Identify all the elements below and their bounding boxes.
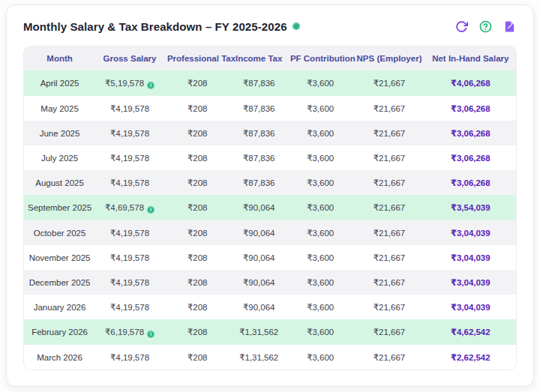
gross-cell: ₹4,19,578 [95,270,164,295]
nps-employer-cell: ₹21,667 [353,195,424,220]
net-in-hand-cell: ₹4,62,542 [425,319,516,345]
table-row: September 2025₹4,69,578i₹208₹90,064₹3,60… [24,195,516,220]
month-cell: June 2025 [24,121,95,145]
nps-employer-cell: ₹21,667 [353,220,424,245]
income-tax-cell: ₹90,064 [230,220,286,245]
income-tax-cell: ₹87,836 [230,121,286,145]
nps-employer-cell: ₹21,667 [353,319,424,345]
net-in-hand-cell: ₹3,54,039 [425,195,516,220]
table-row: November 2025₹4,19,578₹208₹90,064₹3,600₹… [24,245,516,270]
nps-employer-cell: ₹21,667 [353,170,424,195]
status-dot-icon [292,22,300,30]
table-row: March 2026₹4,19,578₹208₹1,31,562₹3,600₹2… [24,345,516,370]
professional-tax-cell: ₹208 [164,70,231,96]
pf-contribution-cell: ₹3,600 [287,295,354,319]
month-cell: April 2025 [24,70,95,96]
pf-contribution-cell: ₹3,600 [287,270,354,295]
table-row: February 2026₹6,19,578i₹208₹1,31,562₹3,6… [24,319,516,345]
column-header: Professional Tax [164,46,231,70]
gross-cell: ₹4,19,578 [95,170,164,195]
nps-employer-cell: ₹21,667 [353,245,424,270]
table-row: December 2025₹4,19,578₹208₹90,064₹3,600₹… [24,270,516,295]
net-in-hand-cell: ₹3,04,039 [425,220,516,245]
table-row: June 2025₹4,19,578₹208₹87,836₹3,600₹21,6… [24,121,516,145]
income-tax-cell: ₹87,836 [230,70,286,96]
professional-tax-cell: ₹208 [164,220,231,245]
pf-contribution-cell: ₹3,600 [287,96,354,121]
nps-employer-cell: ₹21,667 [353,270,424,295]
gross-cell: ₹4,19,578 [95,96,164,121]
nps-employer-cell: ₹21,667 [353,121,424,145]
month-cell: February 2026 [24,319,95,345]
bonus-info-icon[interactable]: i [147,206,154,214]
page-title: Monthly Salary & Tax Breakdown – FY 2025… [23,20,287,33]
net-in-hand-cell: ₹3,06,268 [425,170,516,195]
pf-contribution-cell: ₹3,600 [287,245,354,270]
table-row: April 2025₹5,19,578i₹208₹87,836₹3,600₹21… [24,70,516,96]
salary-breakdown-card: Monthly Salary & Tax Breakdown – FY 2025… [6,4,534,387]
gross-cell: ₹4,19,578 [95,145,164,170]
professional-tax-cell: ₹208 [164,245,231,270]
pf-contribution-cell: ₹3,600 [287,70,354,96]
net-in-hand-cell: ₹2,62,542 [425,345,516,370]
help-button[interactable] [478,19,493,34]
column-header: PF Contribution [287,46,354,70]
pf-contribution-cell: ₹3,600 [287,195,354,220]
net-in-hand-cell: ₹3,06,268 [425,145,516,170]
net-in-hand-cell: ₹3,06,268 [425,96,516,121]
professional-tax-cell: ₹208 [164,345,231,370]
professional-tax-cell: ₹208 [164,195,231,220]
table-header: MonthGross SalaryProfessional TaxIncome … [24,46,516,70]
pf-contribution-cell: ₹3,600 [287,170,354,195]
professional-tax-cell: ₹208 [164,270,231,295]
nps-employer-cell: ₹21,667 [353,345,424,370]
refresh-button[interactable] [454,19,469,34]
pf-contribution-cell: ₹3,600 [287,220,354,245]
income-tax-cell: ₹87,836 [230,96,286,121]
gross-cell: ₹5,19,578i [95,70,164,96]
nps-employer-cell: ₹21,667 [353,295,424,319]
column-header: NPS (Employer) [353,46,424,70]
column-header: Month [24,46,95,70]
gross-cell: ₹4,19,578 [95,295,164,319]
net-in-hand-cell: ₹3,04,039 [425,270,516,295]
table-row: January 2026₹4,19,578₹208₹90,064₹3,600₹2… [24,295,516,319]
month-cell: October 2025 [24,220,95,245]
income-tax-cell: ₹87,836 [230,145,286,170]
table-row: May 2025₹4,19,578₹208₹87,836₹3,600₹21,66… [24,96,516,121]
toolbar [454,19,517,34]
refresh-icon [455,20,468,33]
professional-tax-cell: ₹208 [164,170,231,195]
income-tax-cell: ₹1,31,562 [230,319,286,345]
nps-employer-cell: ₹21,667 [353,96,424,121]
month-cell: May 2025 [24,96,95,121]
income-tax-cell: ₹90,064 [230,245,286,270]
professional-tax-cell: ₹208 [164,319,231,345]
pf-contribution-cell: ₹3,600 [287,345,354,370]
gross-cell: ₹4,19,578 [95,121,164,145]
table-row: August 2025₹4,19,578₹208₹87,836₹3,600₹21… [24,170,516,195]
net-in-hand-cell: ₹3,04,039 [425,295,516,319]
nps-employer-cell: ₹21,667 [353,70,424,96]
nps-employer-cell: ₹21,667 [353,145,424,170]
help-icon [479,20,492,33]
salary-table-container: MonthGross SalaryProfessional TaxIncome … [23,46,517,370]
net-in-hand-cell: ₹4,06,268 [425,70,516,96]
table-row: October 2025₹4,19,578₹208₹90,064₹3,600₹2… [24,220,516,245]
income-tax-cell: ₹90,064 [230,270,286,295]
salary-table: MonthGross SalaryProfessional TaxIncome … [24,46,516,370]
table-row: July 2025₹4,19,578₹208₹87,836₹3,600₹21,6… [24,145,516,170]
net-in-hand-cell: ₹3,04,039 [425,245,516,270]
month-cell: September 2025 [24,195,95,220]
professional-tax-cell: ₹208 [164,121,231,145]
report-button[interactable] [502,19,517,34]
professional-tax-cell: ₹208 [164,295,231,319]
report-document-icon [503,20,516,33]
bonus-info-icon[interactable]: i [147,82,154,89]
month-cell: August 2025 [24,170,95,195]
pf-contribution-cell: ₹3,600 [287,319,354,345]
column-header: Income Tax [230,46,286,70]
bonus-info-icon[interactable]: i [147,331,154,338]
income-tax-cell: ₹90,064 [230,295,286,319]
month-cell: January 2026 [24,295,95,319]
